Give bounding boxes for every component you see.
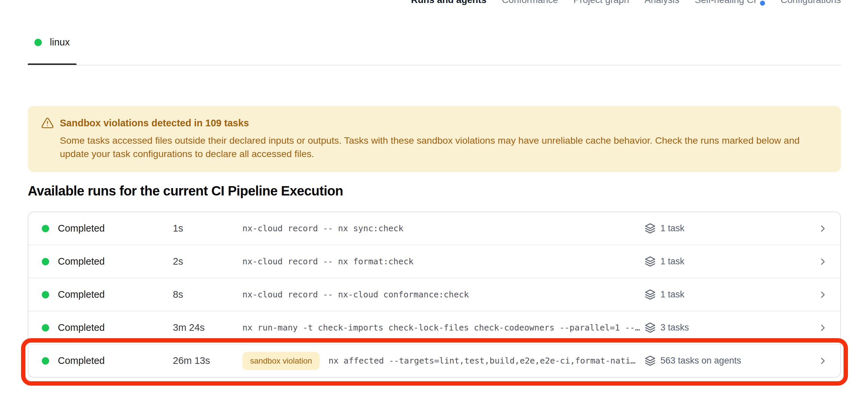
run-task-count: 3 tasks xyxy=(660,323,689,333)
nav-tab-configurations[interactable]: Configurations xyxy=(780,0,841,5)
nav-tab-runs-and-agents[interactable]: Runs and agents xyxy=(411,0,487,5)
run-task-count: 1 task xyxy=(660,290,684,300)
run-row-4[interactable]: Completed 3m 24s nx run-many -t check-im… xyxy=(28,311,840,344)
run-row-5-highlighted[interactable]: Completed 26m 13s sandbox violation nx a… xyxy=(28,344,840,377)
run-duration: 3m 24s xyxy=(173,322,242,333)
layers-icon xyxy=(645,355,656,366)
nav-tab-project-graph[interactable]: Project graph xyxy=(574,0,629,5)
nav-tab-label: Self-healing CI xyxy=(695,0,756,5)
status-dot xyxy=(42,291,49,298)
chevron-right-icon xyxy=(817,356,828,366)
nav-tab-conformance[interactable]: Conformance xyxy=(502,0,558,5)
run-status: Completed xyxy=(58,289,105,300)
tab-label: linux xyxy=(50,37,70,48)
nav-tab-label: Analysis xyxy=(645,0,679,5)
nav-tab-self-healing-ci[interactable]: Self-healing CI xyxy=(695,0,765,5)
run-task-count: 563 tasks on agents xyxy=(660,356,741,366)
alert-triangle-icon xyxy=(41,116,54,129)
tab-linux[interactable]: linux xyxy=(34,37,70,48)
run-command: nx-cloud record -- nx format:check xyxy=(242,257,413,266)
run-duration: 1s xyxy=(173,223,242,234)
layers-icon xyxy=(645,322,656,333)
chevron-right-icon xyxy=(817,223,828,234)
run-task-count: 1 task xyxy=(660,256,684,267)
run-status: Completed xyxy=(58,355,105,366)
run-status: Completed xyxy=(58,223,105,234)
tabstrip-divider xyxy=(28,65,841,66)
run-row-1[interactable]: Completed 1s nx-cloud record -- nx sync:… xyxy=(28,212,840,245)
run-command: nx run-many -t check-imports check-lock-… xyxy=(242,323,640,333)
banner-body: Some tasks accessed files outside their … xyxy=(60,134,825,161)
run-task-count: 1 task xyxy=(660,223,684,234)
nav-tab-label: Project graph xyxy=(574,0,629,5)
banner-title: Sandbox violations detected in 109 tasks xyxy=(60,117,249,129)
runs-list: Completed 1s nx-cloud record -- nx sync:… xyxy=(28,211,841,378)
chevron-right-icon xyxy=(817,323,828,333)
sandbox-violation-banner: Sandbox violations detected in 109 tasks… xyxy=(28,106,841,172)
run-row-3[interactable]: Completed 8s nx-cloud record -- nx-cloud… xyxy=(28,278,840,311)
notification-dot xyxy=(760,1,765,6)
run-status: Completed xyxy=(58,322,105,333)
nav-tab-label: Runs and agents xyxy=(411,0,487,5)
chevron-right-icon xyxy=(817,290,828,300)
run-duration: 8s xyxy=(173,289,242,300)
status-dot xyxy=(42,258,49,265)
layers-icon xyxy=(645,289,656,300)
run-row-2[interactable]: Completed 2s nx-cloud record -- nx forma… xyxy=(28,245,840,278)
run-command: nx-cloud record -- nx sync:check xyxy=(242,224,404,233)
status-dot xyxy=(42,225,49,232)
nav-tab-label: Configurations xyxy=(780,0,841,5)
run-duration: 2s xyxy=(173,256,242,267)
nav-tab-analysis[interactable]: Analysis xyxy=(645,0,679,5)
top-navigation: Runs and agents Conformance Project grap… xyxy=(411,0,841,5)
status-dot xyxy=(34,39,42,46)
nav-tab-label: Conformance xyxy=(502,0,558,5)
status-dot xyxy=(42,324,49,332)
page-title: Available runs for the current CI Pipeli… xyxy=(28,183,343,199)
run-status: Completed xyxy=(58,256,105,267)
layers-icon xyxy=(645,256,656,267)
run-duration: 26m 13s xyxy=(173,355,242,366)
layers-icon xyxy=(645,223,656,234)
sandbox-violation-badge: sandbox violation xyxy=(242,352,320,370)
run-command: nx-cloud record -- nx-cloud conformance:… xyxy=(242,290,469,299)
run-command: nx affected --targets=lint,test,build,e2… xyxy=(328,356,635,366)
status-dot xyxy=(42,357,49,365)
chevron-right-icon xyxy=(817,256,828,267)
